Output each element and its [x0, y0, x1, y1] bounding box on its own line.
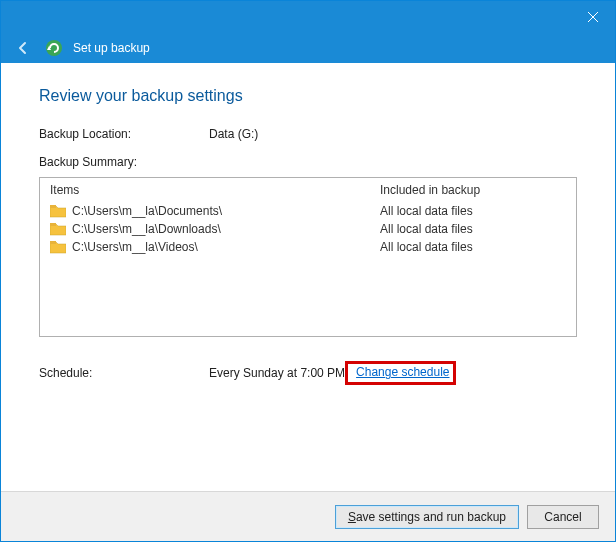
arrow-left-icon — [15, 40, 31, 56]
backup-location-value: Data (G:) — [209, 127, 258, 141]
column-header-items: Items — [50, 183, 380, 197]
item-path: C:\Users\m__la\Downloads\ — [72, 222, 221, 236]
item-path: C:\Users\m__la\Documents\ — [72, 204, 222, 218]
content-area: Review your backup settings Backup Locat… — [1, 63, 615, 491]
window-title: Set up backup — [73, 41, 150, 55]
dialog-footer: Save settings and run backup Cancel — [1, 491, 615, 541]
backup-summary-label: Backup Summary: — [39, 155, 577, 169]
back-button[interactable] — [15, 40, 31, 56]
svg-rect-4 — [50, 205, 56, 208]
backup-location-label: Backup Location: — [39, 127, 209, 141]
save-and-run-button[interactable]: Save settings and run backup — [335, 505, 519, 529]
window-close-button[interactable] — [570, 1, 615, 33]
folder-icon — [50, 222, 66, 236]
list-item[interactable]: C:\Users\m__la\Videos\ All local data fi… — [40, 238, 576, 256]
item-path: C:\Users\m__la\Videos\ — [72, 240, 198, 254]
save-button-rest: ave settings and run backup — [356, 510, 506, 524]
item-included: All local data files — [380, 240, 473, 254]
titlebar — [1, 1, 615, 33]
schedule-row: Schedule: Every Sunday at 7:00 PM Change… — [39, 361, 577, 385]
change-schedule-link[interactable]: Change schedule — [356, 365, 449, 379]
item-included: All local data files — [380, 222, 473, 236]
list-item[interactable]: C:\Users\m__la\Downloads\ All local data… — [40, 220, 576, 238]
schedule-label: Schedule: — [39, 366, 209, 380]
list-item[interactable]: C:\Users\m__la\Documents\ All local data… — [40, 202, 576, 220]
folder-icon — [50, 240, 66, 254]
column-header-included: Included in backup — [380, 183, 480, 197]
svg-rect-6 — [50, 241, 56, 244]
backup-summary-list[interactable]: Items Included in backup C:\Users\m__la\… — [39, 177, 577, 337]
highlight-annotation: Change schedule — [345, 361, 456, 385]
item-included: All local data files — [380, 204, 473, 218]
schedule-value: Every Sunday at 7:00 PM — [209, 366, 345, 380]
backup-wizard-window: Set up backup Review your backup setting… — [0, 0, 616, 542]
svg-rect-5 — [50, 223, 56, 226]
mnemonic-letter: S — [348, 510, 356, 524]
summary-header-row: Items Included in backup — [40, 178, 576, 202]
cancel-button[interactable]: Cancel — [527, 505, 599, 529]
backup-location-row: Backup Location: Data (G:) — [39, 127, 577, 141]
folder-icon — [50, 204, 66, 218]
header-row: Set up backup — [1, 33, 615, 63]
page-heading: Review your backup settings — [39, 87, 577, 105]
close-icon — [588, 9, 598, 25]
backup-app-icon — [45, 39, 63, 57]
